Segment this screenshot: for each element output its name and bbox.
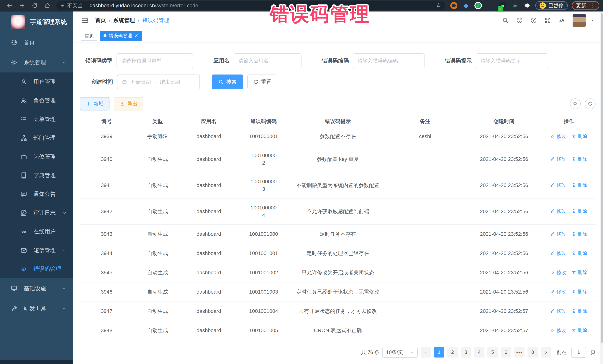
puzzle-extension-icon[interactable] [523,2,531,9]
delete-link[interactable]: 删除 [572,327,587,334]
error-type-select[interactable]: 请选择错误码类型 [116,53,193,68]
home-icon[interactable] [44,2,50,9]
date-range-picker[interactable]: 开始日期 - 结束日期 [117,75,200,89]
sidebar-item-基础设施[interactable]: 基础设施 [0,278,73,298]
table-row[interactable]: 3948 自动生成 dashboard 1001001005 CRON 表达式不… [80,321,596,340]
refresh-table-button[interactable] [585,99,596,109]
scrollbar-thumb[interactable] [601,13,603,343]
edit-link[interactable]: 修改 [550,288,566,295]
add-button[interactable]: 新增 [80,97,109,110]
sidebar-item-岗位管理[interactable]: 岗位管理 [0,147,73,166]
export-button[interactable]: 导出 [114,97,143,110]
prev-page-button[interactable] [421,347,431,357]
avatar[interactable] [573,14,586,27]
green-check-extension-icon[interactable]: ✓ [475,2,482,9]
sidebar-item-在线用户[interactable]: 在线用户 [0,222,73,241]
sidebar-item-通知公告[interactable]: 通知公告 [0,185,73,203]
edit-icon [550,134,555,138]
edit-link[interactable]: 修改 [550,269,566,276]
page-button-3[interactable]: 3 [461,347,471,357]
delete-link[interactable]: 删除 [572,132,587,140]
sidebar-item-审计日志[interactable]: 审计日志 [0,203,73,222]
app-name-input[interactable]: 请输入应用名 [234,53,302,68]
sidebar-item-角色管理[interactable]: 角色管理 [0,91,73,110]
table-row[interactable]: 3943 自动生成 dashboard 1001001000 定时任务不存在 2… [80,224,596,244]
delete-link[interactable]: 删除 [572,207,587,215]
page-size-select[interactable]: 10条/页 [383,347,418,358]
table-row[interactable]: 3942 自动生成 dashboard 100100000 4 不允许获取敏感配… [80,198,596,224]
fullscreen-icon[interactable] [544,17,551,24]
table-row[interactable]: 3945 自动生成 dashboard 1001001002 只允许修改为开启或… [80,263,596,282]
reset-button[interactable]: 重置 [247,75,277,89]
page-button-6[interactable]: 6 [501,347,511,357]
edit-link[interactable]: 修改 [550,181,566,189]
delete-link[interactable]: 删除 [572,155,587,163]
gem-extension-icon[interactable]: ◆ [462,2,470,9]
delete-link[interactable]: 删除 [572,307,587,315]
on-badge-extension-icon[interactable]: ≡on [499,2,506,9]
delete-link[interactable]: 删除 [572,288,587,295]
search-icon[interactable] [502,17,509,24]
table-row[interactable]: 3940 自动生成 dashboard 100100000 2 参数配置 key… [80,146,596,172]
sidebar-item-错误码管理[interactable]: 错误码管理 [0,260,73,278]
caret-down-icon[interactable] [591,18,595,22]
delete-link[interactable]: 删除 [572,181,587,189]
browser-update-button[interactable]: 更新 ⋮ [572,1,599,10]
toggle-search-button[interactable] [570,99,581,109]
sidebar-item-字典管理[interactable]: 字典管理 [0,166,73,185]
github-icon[interactable] [516,17,523,24]
kebab-menu-icon[interactable]: ⋮ [590,4,595,7]
sidebar-logo[interactable]: 芋道管理系统 [0,11,73,33]
sidebar-item-home[interactable]: 首页 [0,33,73,53]
bookmark-star-icon[interactable] [436,3,441,8]
table-row[interactable]: 3941 自动生成 dashboard 100100000 3 不能删除类型为系… [80,172,596,198]
sidebar-item-system[interactable]: 系统管理 [0,53,73,72]
error-hint-input[interactable]: 请输入错误码提示 [476,53,548,68]
table-row[interactable]: 3946 自动生成 dashboard 1001001003 定时任务已经处于该… [80,282,596,302]
breadcrumb-home[interactable]: 首页 [95,17,106,24]
grid-extension-icon[interactable] [487,2,494,9]
delete-link[interactable]: 删除 [572,230,587,238]
sidebar-item-短信管理[interactable]: 短信管理 [0,241,73,260]
delete-link[interactable]: 删除 [572,269,587,276]
edit-link[interactable]: 修改 [550,249,566,257]
paused-extension-pill[interactable]: 已暂停 [535,1,568,10]
forward-icon[interactable] [19,2,25,9]
sidebar-item-部门管理[interactable]: 部门管理 [0,129,73,147]
edit-link[interactable]: 修改 [550,132,566,140]
sidebar-item-用户管理[interactable]: 用户管理 [0,72,73,91]
close-icon[interactable] [134,33,139,38]
url-bar[interactable]: 不安全 dashboard.yudao.iocoder.cn /system/e… [56,1,445,10]
key-extension-icon[interactable] [511,2,519,9]
sidebar-item-菜单管理[interactable]: 菜单管理 [0,110,73,129]
table-row[interactable]: 3947 自动生成 dashboard 1001001004 只有开启状态的任务… [80,302,596,321]
delete-link[interactable]: 删除 [572,249,587,257]
tag-home[interactable]: 首页 [81,31,97,41]
sidebar-item-研发工具[interactable]: 研发工具 [0,298,73,318]
orange-extension-icon[interactable] [450,2,457,9]
edit-link[interactable]: 修改 [550,327,566,334]
page-button-2[interactable]: 2 [447,347,458,357]
question-icon[interactable] [530,17,537,24]
edit-link[interactable]: 修改 [550,307,566,315]
back-icon[interactable] [6,2,13,9]
tag-error-code[interactable]: 错误码管理 [100,31,142,41]
next-page-button[interactable] [541,347,551,357]
edit-link[interactable]: 修改 [550,230,566,238]
edit-link[interactable]: 修改 [550,207,566,215]
browser-scrollbar[interactable] [600,11,603,364]
table-row[interactable]: 3939 手动编辑 dashboard 1001000001 参数配置不存在 c… [80,127,596,146]
page-button-4[interactable]: 4 [474,347,485,357]
hamburger-icon[interactable] [81,17,89,24]
font-size-icon[interactable] [558,17,565,24]
page-button-8[interactable]: 8 [527,347,538,357]
reload-icon[interactable] [32,2,38,9]
page-button-1[interactable]: 1 [434,347,444,357]
error-code-input[interactable]: 请输入错误码编码 [353,53,425,68]
search-button[interactable]: 搜索 [212,75,243,89]
page-button-5[interactable]: 5 [487,347,498,357]
breadcrumb-system[interactable]: 系统管理 [113,17,135,24]
table-row[interactable]: 3944 自动生成 dashboard 1001001001 定时任务的处理器已… [80,244,596,263]
edit-link[interactable]: 修改 [550,155,566,163]
goto-page-input[interactable]: 1 [571,347,586,358]
